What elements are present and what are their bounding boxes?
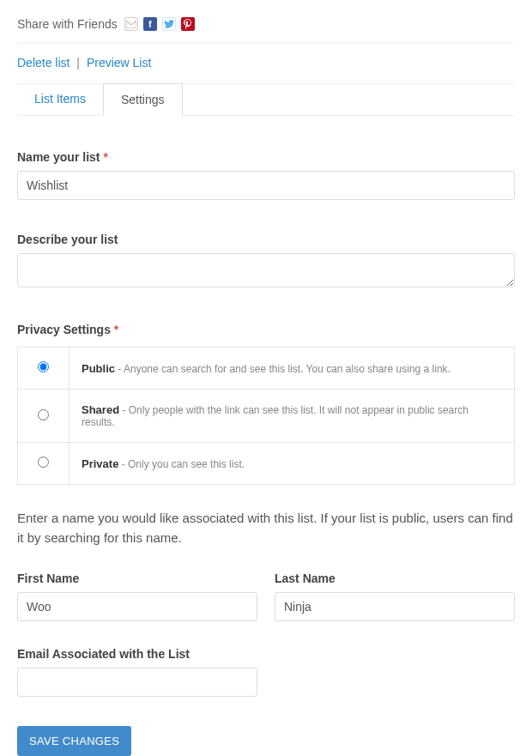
privacy-section: Privacy Settings * Public - Anyone can s…: [17, 323, 515, 485]
last-name-input[interactable]: [275, 592, 515, 621]
share-label: Share with Friends: [17, 17, 118, 31]
radio-cell: [18, 348, 70, 390]
privacy-name: Public: [82, 362, 115, 375]
privacy-name: Shared: [82, 403, 119, 416]
delete-list-link[interactable]: Delete list: [17, 56, 70, 70]
privacy-name: Private: [82, 457, 118, 470]
radio-cell: [18, 443, 70, 485]
last-name-label: Last Name: [275, 572, 515, 585]
privacy-label-text: Privacy Settings: [17, 323, 111, 336]
email-label: Email Associated with the List: [17, 647, 515, 661]
first-name-label: First Name: [17, 572, 257, 585]
required-marker: *: [103, 150, 107, 164]
describe-section: Describe your list: [17, 233, 515, 290]
privacy-label: Privacy Settings *: [17, 323, 515, 336]
share-row: Share with Friends f: [17, 17, 515, 44]
twitter-icon[interactable]: [162, 17, 176, 31]
privacy-row-private: Private - Only you can see this list.: [18, 443, 515, 485]
privacy-content: Private - Only you can see this list.: [70, 443, 515, 485]
pinterest-icon[interactable]: [181, 17, 195, 31]
email-section: Email Associated with the List: [17, 647, 515, 697]
helper-text: Enter a name you would like associated w…: [17, 509, 515, 547]
name-section: Name your list *: [17, 150, 515, 200]
privacy-desc: - Only you can see this list.: [118, 458, 245, 470]
name-label: Name your list *: [17, 150, 515, 164]
name-row: First Name Last Name: [17, 572, 515, 621]
privacy-content: Public - Anyone can search for and see t…: [70, 348, 515, 390]
action-links: Delete list | Preview List: [17, 56, 515, 84]
privacy-row-public: Public - Anyone can search for and see t…: [18, 348, 515, 390]
tab-settings[interactable]: Settings: [103, 83, 183, 116]
facebook-icon[interactable]: f: [143, 17, 157, 31]
last-name-col: Last Name: [275, 572, 515, 621]
describe-textarea[interactable]: [17, 253, 515, 287]
privacy-content: Shared - Only people with the link can s…: [70, 390, 515, 443]
first-name-input[interactable]: [17, 592, 257, 621]
name-label-text: Name your list: [17, 150, 100, 164]
privacy-radio-shared[interactable]: [38, 409, 49, 420]
privacy-desc: - Anyone can search for and see this lis…: [115, 363, 450, 375]
list-name-input[interactable]: [17, 171, 515, 200]
email-input[interactable]: [17, 668, 257, 697]
describe-label: Describe your list: [17, 233, 515, 246]
tabs: List Items Settings: [17, 83, 515, 116]
privacy-row-shared: Shared - Only people with the link can s…: [18, 390, 515, 443]
privacy-table: Public - Anyone can search for and see t…: [17, 347, 515, 485]
radio-cell: [18, 390, 70, 443]
privacy-radio-private[interactable]: [38, 457, 49, 468]
email-icon[interactable]: [124, 17, 138, 31]
divider: |: [76, 56, 80, 70]
privacy-radio-public[interactable]: [38, 361, 49, 372]
tab-list-items[interactable]: List Items: [17, 83, 103, 115]
preview-list-link[interactable]: Preview List: [87, 56, 151, 70]
privacy-desc: - Only people with the link can see this…: [82, 404, 469, 428]
first-name-col: First Name: [17, 572, 257, 621]
save-changes-button[interactable]: SAVE CHANGES: [17, 726, 131, 756]
required-marker: *: [114, 323, 118, 336]
